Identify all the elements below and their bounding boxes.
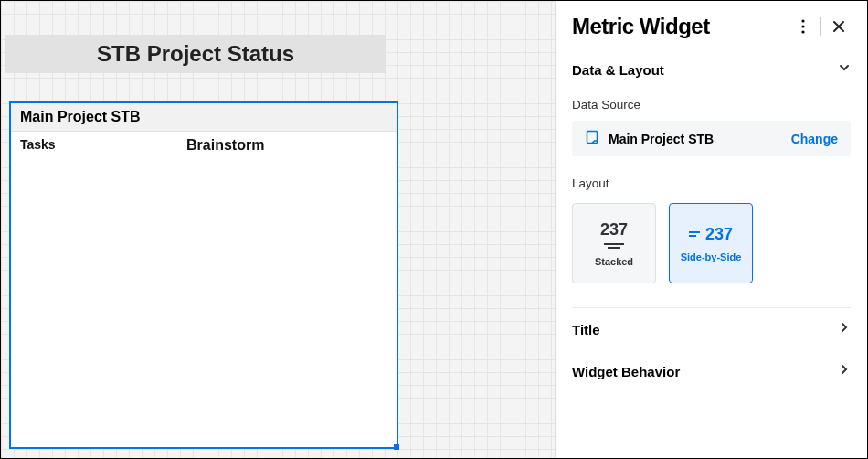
layout-option-side-by-side[interactable]: 237 Side-by-Side <box>669 203 753 283</box>
widget-title: Main Project STB <box>11 103 397 132</box>
board-icon <box>585 130 599 147</box>
section-label: Title <box>572 322 600 337</box>
metric-widget-instance[interactable]: Main Project STB Tasks Brainstorm <box>9 101 398 449</box>
layout-subheading: Layout <box>572 176 851 190</box>
panel-title: Metric Widget <box>572 14 791 39</box>
section-widget-behavior[interactable]: Widget Behavior <box>572 350 851 392</box>
layout-option-stacked[interactable]: 237 Stacked <box>572 203 656 283</box>
chevron-down-icon <box>838 61 851 78</box>
layout-sample-number: 237 <box>705 225 733 244</box>
dashboard-canvas[interactable]: STB Project Status Main Project STB Task… <box>1 1 555 458</box>
dashboard-title-bar: STB Project Status <box>5 35 386 73</box>
layout-options: 237 Stacked 237 Side-by-Side <box>572 203 851 283</box>
close-icon[interactable] <box>827 15 851 38</box>
section-data-layout[interactable]: Data & Layout <box>572 48 851 91</box>
svg-point-1 <box>801 25 804 27</box>
change-data-source-button[interactable]: Change <box>791 132 838 146</box>
widget-metric-value: Brainstorm <box>186 137 264 154</box>
sidebyside-lines-icon <box>689 231 700 237</box>
kebab-menu-icon[interactable] <box>791 15 815 38</box>
layout-option-label: Side-by-Side <box>681 251 742 262</box>
stacked-lines-icon <box>604 243 624 249</box>
widget-metric-label: Tasks <box>20 137 186 154</box>
divider <box>820 17 821 36</box>
data-source-box: Main Project STB Change <box>572 121 851 156</box>
layout-option-label: Stacked <box>595 256 633 267</box>
data-source-name: Main Project STB <box>609 132 782 146</box>
chevron-right-icon <box>838 321 851 337</box>
widget-body: Tasks Brainstorm <box>11 132 397 159</box>
section-title[interactable]: Title <box>572 308 851 350</box>
data-source-subheading: Data Source <box>572 98 851 112</box>
section-label: Widget Behavior <box>572 364 680 379</box>
section-label: Data & Layout <box>572 62 664 78</box>
layout-sample-number: 237 <box>600 220 628 240</box>
svg-point-0 <box>801 19 804 22</box>
dashboard-title: STB Project Status <box>97 41 294 67</box>
svg-point-2 <box>801 30 804 33</box>
settings-panel: Metric Widget Data & Layout Data Source … <box>555 1 867 458</box>
panel-header: Metric Widget <box>572 10 851 48</box>
chevron-right-icon <box>838 363 851 379</box>
